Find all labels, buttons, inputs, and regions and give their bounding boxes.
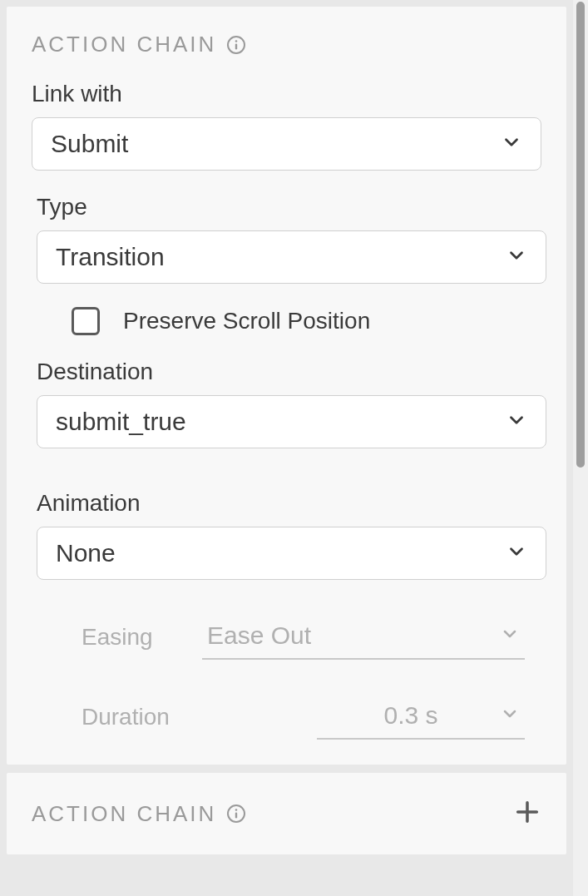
panel-title-collapsed: ACTION CHAIN [32, 801, 216, 827]
preserve-scroll-checkbox[interactable] [72, 307, 100, 335]
type-label: Type [37, 194, 541, 220]
svg-point-4 [235, 809, 238, 811]
easing-label: Easing [82, 624, 202, 651]
animation-label: Animation [37, 490, 541, 517]
chevron-down-icon [500, 624, 520, 647]
duration-value: 0.3 s [322, 701, 500, 730]
action-chain-panel: ACTION CHAIN Link with Submit [7, 7, 566, 765]
type-field: Type Transition [32, 194, 541, 284]
panel-header-collapsed: ACTION CHAIN [32, 801, 246, 827]
animation-select[interactable]: None [37, 527, 546, 580]
destination-label: Destination [37, 359, 541, 385]
svg-rect-5 [235, 813, 237, 819]
link-with-field: Link with Submit [32, 81, 541, 171]
easing-row: Easing Ease Out [32, 615, 541, 660]
svg-point-1 [235, 40, 238, 42]
info-icon[interactable] [226, 35, 246, 55]
duration-row: Duration 0.3 s [32, 695, 541, 740]
chevron-down-icon [506, 541, 527, 566]
duration-select[interactable]: 0.3 s [317, 695, 525, 740]
panel-title: ACTION CHAIN [32, 32, 216, 57]
svg-rect-2 [235, 43, 237, 49]
panel-header: ACTION CHAIN [32, 32, 541, 57]
destination-select[interactable]: submit_true [37, 395, 546, 448]
chevron-down-icon [501, 131, 522, 156]
destination-field: Destination submit_true [32, 359, 541, 448]
easing-select[interactable]: Ease Out [202, 615, 525, 660]
scrollbar-thumb[interactable] [576, 2, 585, 468]
animation-value: None [56, 539, 116, 567]
easing-value: Ease Out [207, 621, 311, 650]
preserve-scroll-row: Preserve Scroll Position [72, 307, 541, 335]
add-action-chain-button[interactable] [513, 798, 541, 829]
type-select[interactable]: Transition [37, 230, 546, 284]
destination-value: submit_true [56, 408, 186, 436]
chevron-down-icon [500, 704, 520, 727]
info-icon[interactable] [226, 804, 246, 824]
action-chain-panel-collapsed: ACTION CHAIN [7, 773, 566, 854]
chevron-down-icon [506, 409, 527, 434]
link-with-value: Submit [51, 130, 128, 158]
link-with-label: Link with [32, 81, 541, 107]
duration-label: Duration [82, 704, 202, 730]
type-value: Transition [56, 243, 165, 271]
animation-field: Animation None [32, 490, 541, 580]
scrollbar-track[interactable] [573, 0, 588, 896]
chevron-down-icon [506, 245, 527, 270]
preserve-scroll-label: Preserve Scroll Position [123, 308, 370, 334]
link-with-select[interactable]: Submit [32, 117, 541, 171]
